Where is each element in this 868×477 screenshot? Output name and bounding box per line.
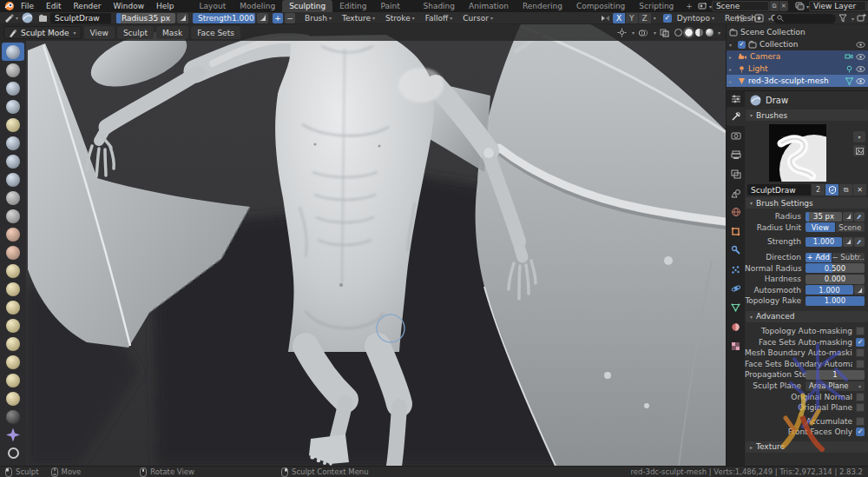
light-data-icon[interactable] bbox=[845, 65, 853, 73]
brush-menu[interactable]: Brush▾ bbox=[299, 14, 337, 23]
duplicate-brush-button[interactable]: ⧉ bbox=[839, 184, 852, 195]
radius-pressure-toggle[interactable] bbox=[177, 13, 188, 23]
outliner-row-scene-collection[interactable]: Scene Collection bbox=[727, 26, 868, 38]
tab-modifiers[interactable] bbox=[727, 241, 745, 260]
tool-layer-brush[interactable] bbox=[2, 134, 24, 152]
outliner-row-light[interactable]: ▸ Light bbox=[727, 63, 868, 75]
tool-scrape-brush[interactable] bbox=[2, 262, 24, 280]
tab-layout[interactable]: Layout bbox=[193, 0, 233, 12]
tool-smooth-brush[interactable] bbox=[2, 207, 24, 225]
view-layer-name-field[interactable]: View Layer bbox=[809, 1, 866, 11]
original-normal-checkbox[interactable] bbox=[856, 393, 865, 401]
tab-uv-editing[interactable]: UV Editing bbox=[332, 0, 373, 12]
strength-slider[interactable]: Strength 1.000 bbox=[193, 13, 255, 23]
topology-rake-slider[interactable]: 1.000 bbox=[806, 296, 865, 306]
tab-texture-paint[interactable]: Texture Paint bbox=[374, 0, 417, 12]
dyntopo-checkbox[interactable]: ✓ bbox=[663, 14, 672, 23]
autosmooth-slider[interactable]: 1.000 bbox=[806, 285, 853, 295]
tool-snake-hook-brush[interactable] bbox=[2, 335, 24, 353]
tab-rendering[interactable]: Rendering bbox=[516, 0, 569, 12]
stroke-menu[interactable]: Stroke▾ bbox=[380, 14, 420, 23]
tab-physics[interactable] bbox=[727, 279, 745, 298]
tool-thumb-brush[interactable] bbox=[2, 353, 24, 371]
strength-pressure-toggle[interactable] bbox=[843, 237, 853, 247]
tab-scene[interactable] bbox=[727, 183, 745, 202]
tool-annotate[interactable] bbox=[2, 444, 24, 462]
shading-wireframe-button[interactable] bbox=[674, 29, 682, 36]
direction-subtract-button[interactable]: − Subtr.. bbox=[832, 253, 865, 262]
unlink-brush-button[interactable]: ✕ bbox=[853, 184, 866, 195]
tab-view-layer[interactable] bbox=[727, 164, 745, 183]
tab-material[interactable] bbox=[727, 317, 745, 336]
hardness-slider[interactable]: 0.000 bbox=[806, 275, 865, 284]
normal-radius-slider[interactable]: 0.500 bbox=[806, 263, 865, 273]
tool-flatten-brush[interactable] bbox=[2, 225, 24, 243]
radius-unit-view-button[interactable]: View bbox=[806, 222, 836, 232]
shading-dropdown-arrow[interactable]: ▾ bbox=[718, 30, 720, 36]
tool-clay-strips-brush[interactable] bbox=[2, 97, 24, 116]
mirror-z-toggle[interactable]: Z bbox=[639, 13, 652, 23]
camera-data-icon[interactable] bbox=[845, 53, 853, 60]
mode-selector[interactable]: Sculpt Mode▾ bbox=[3, 26, 82, 39]
strength-unit-toggle-icon[interactable] bbox=[854, 237, 865, 247]
tab-compositing[interactable]: Compositing bbox=[569, 0, 632, 12]
falloff-menu[interactable]: Falloff▾ bbox=[420, 14, 458, 23]
radius-unit-toggle-icon[interactable] bbox=[854, 212, 865, 222]
tab-object[interactable] bbox=[727, 222, 745, 241]
tab-sculpting[interactable]: Sculpting bbox=[282, 0, 332, 12]
sculpt-scene-canvas[interactable] bbox=[26, 24, 726, 466]
brush-preview-image[interactable] bbox=[769, 124, 826, 182]
tool-crease-brush[interactable] bbox=[2, 189, 24, 207]
outliner-row-sculpt-mesh[interactable]: ▸ red-3dc-sculpt-mesh bbox=[727, 75, 868, 87]
tool-draw-brush[interactable] bbox=[2, 43, 24, 61]
tool-blob-brush[interactable] bbox=[2, 170, 24, 189]
gizmo-dropdown-arrow[interactable]: ▾ bbox=[632, 30, 635, 36]
outliner-restriction-icon[interactable] bbox=[754, 14, 764, 23]
accumulate-checkbox[interactable] bbox=[856, 417, 865, 426]
fake-user-shield-button[interactable] bbox=[825, 184, 838, 195]
tool-mask-brush[interactable] bbox=[2, 407, 24, 426]
tab-texture[interactable] bbox=[727, 336, 745, 355]
tab-object-data[interactable] bbox=[727, 298, 745, 317]
radius-unit-scene-button[interactable]: Scene bbox=[836, 222, 865, 232]
radius-slider[interactable]: Radius 35 px bbox=[116, 13, 175, 23]
cursor-menu[interactable]: Cursor▾ bbox=[457, 14, 498, 23]
editor-type-selector[interactable] bbox=[727, 91, 745, 107]
tab-shading[interactable]: Shading bbox=[416, 0, 462, 12]
scene-icon[interactable] bbox=[698, 2, 707, 10]
shading-rendered-button[interactable] bbox=[706, 29, 713, 36]
outliner-search-input[interactable] bbox=[773, 14, 836, 23]
tab-particles[interactable] bbox=[727, 260, 745, 279]
face-sets-menu[interactable]: Face Sets bbox=[191, 26, 240, 39]
menu-render[interactable]: Render bbox=[68, 2, 108, 10]
xray-toggle-icon[interactable] bbox=[660, 29, 669, 37]
texture-panel-header[interactable]: ▸Texture bbox=[746, 441, 868, 453]
outliner-restriction-dropdown-arrow[interactable]: ▾ bbox=[768, 16, 771, 22]
mask-menu[interactable]: Mask bbox=[156, 26, 188, 39]
texture-menu[interactable]: Texture▾ bbox=[337, 14, 380, 23]
tool-fill-brush[interactable] bbox=[2, 243, 24, 262]
mesh-boundary-automasking-checkbox[interactable] bbox=[856, 348, 865, 357]
tab-output[interactable] bbox=[727, 145, 745, 164]
autosmooth-pressure-toggle[interactable] bbox=[854, 285, 865, 295]
propagation-steps-slider[interactable]: 1 bbox=[806, 370, 865, 380]
advanced-panel-header[interactable]: ▾Advanced bbox=[746, 311, 868, 322]
menu-window[interactable]: Window bbox=[108, 2, 151, 10]
front-faces-only-checkbox[interactable]: ✓ bbox=[856, 427, 865, 436]
radius-value-slider[interactable]: 35 px bbox=[806, 212, 842, 222]
scene-unlink-button[interactable]: ✕ bbox=[779, 1, 788, 11]
tool-elastic-deform-brush[interactable] bbox=[2, 316, 24, 335]
tab-world[interactable] bbox=[727, 202, 745, 222]
face-sets-boundary-automasking-checkbox[interactable] bbox=[856, 360, 865, 368]
blender-logo-icon[interactable] bbox=[4, 1, 15, 11]
filter-dropdown-arrow[interactable]: ▾ bbox=[852, 16, 854, 22]
outliner-display-dropdown-arrow[interactable]: ▾ bbox=[749, 16, 752, 22]
expand-arrow-icon[interactable]: ▾ bbox=[729, 42, 735, 48]
menu-help[interactable]: Help bbox=[150, 2, 181, 10]
brush-settings-panel-header[interactable]: ▾Brush Settings bbox=[746, 197, 868, 209]
shading-material-button[interactable] bbox=[695, 29, 703, 36]
tab-scripting[interactable]: Scripting bbox=[632, 0, 681, 12]
tool-grab-brush[interactable] bbox=[2, 298, 24, 316]
mirror-x-toggle[interactable]: X bbox=[613, 13, 626, 23]
hide-eye-icon[interactable] bbox=[856, 54, 865, 60]
